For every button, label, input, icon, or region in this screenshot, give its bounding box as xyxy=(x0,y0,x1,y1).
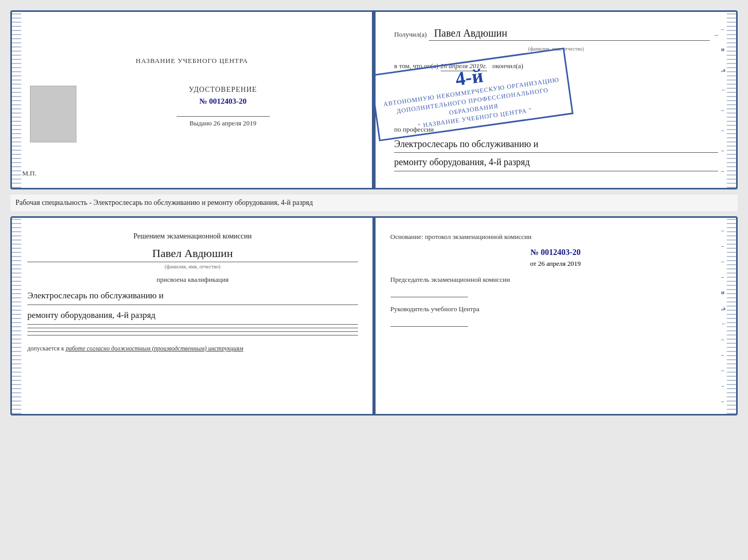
top-right-page: 4-й АВТОНОМНУЮ НЕКОММЕРЧЕСКУЮ ОРГАНИЗАЦИ… xyxy=(373,12,736,188)
dopuskaetsya-block: допускается к работе согласно должностны… xyxy=(27,345,358,353)
training-center-title: НАЗВАНИЕ УЧЕБНОГО ЦЕНТРА xyxy=(136,57,248,65)
profession-line1-wrap: Электрослесарь по обслуживанию и xyxy=(394,136,718,153)
bottom-diploma-book: Решением экзаменационной комиссии Павел … xyxy=(10,216,738,415)
dopuskaetsya-label: допускается к xyxy=(27,345,64,352)
chairman-block: Председатель экзаменационной комиссии Ру… xyxy=(391,276,721,327)
bottom-name: Павел Авдюшин xyxy=(27,247,358,262)
ot-date: от 26 апреля 2019 xyxy=(391,260,721,268)
dash1: – xyxy=(715,30,719,39)
osnovaniye-text: Основание: протокол экзаменационной коми… xyxy=(391,231,721,243)
fio-small-bottom: (фамилия, имя, отчество) xyxy=(27,264,358,269)
recipient-name: Павел Авдюшин xyxy=(429,27,709,41)
rukovoditel-label: Руководитель учебного Центра xyxy=(391,305,721,313)
vydano-text: Выдано 26 апреля 2019 xyxy=(92,119,354,127)
profession-line2-wrap: ремонту оборудования, 4-й разряд xyxy=(394,154,718,171)
stamp-space xyxy=(394,76,718,118)
vtom-date: 26 апреля 2019г. xyxy=(441,62,487,71)
udostoverenie-number: № 0012403-20 xyxy=(92,97,354,106)
top-left-page: НАЗВАНИЕ УЧЕБНОГО ЦЕНТРА УДОСТОВЕРЕНИЕ №… xyxy=(12,12,373,188)
kvali-profession-line2: ремонту оборудования, 4-й разряд xyxy=(27,310,155,320)
chairman-label: Председатель экзаменационной комиссии xyxy=(391,276,721,284)
profession-line1: Электрослесарь по обслуживанию и xyxy=(394,139,538,149)
ot-label: от xyxy=(530,260,536,267)
fio-small-top: (фамилия, имя, отчество) xyxy=(394,46,718,52)
udostoverenie-title: УДОСТОВЕРЕНИЕ xyxy=(92,86,354,94)
poluchil-row: Получил(а) Павел Авдюшин – xyxy=(394,27,718,41)
poluchil-label: Получил(а) xyxy=(394,30,427,39)
kvali-line1-wrap: Электрослесарь по обслуживанию и xyxy=(27,287,358,305)
vtom-row: в том, что он(а) 26 апреля 2019г. окончи… xyxy=(394,62,718,71)
bottom-left-page: Решением экзаменационной комиссии Павел … xyxy=(12,218,375,414)
ot-date-value: 26 апреля 2019 xyxy=(538,260,581,267)
po-professii-label: по профессии xyxy=(394,125,718,134)
dopuskaetsya-text: работе согласно должностным (производств… xyxy=(66,345,243,352)
side-marks-right-top: – и ,а ← – – – – xyxy=(721,12,727,188)
kvali-label: присвоена квалификация xyxy=(27,276,358,284)
sign-line-1 xyxy=(27,328,358,328)
profession-line2: ремонту оборудования, 4-й разряд xyxy=(394,157,530,167)
profession-block: по профессии Электрослесарь по обслужива… xyxy=(394,125,718,171)
bottom-right-page: Основание: протокол экзаменационной коми… xyxy=(375,218,737,414)
photo-placeholder xyxy=(30,86,76,142)
okonchil-label: окончил(а) xyxy=(492,62,523,70)
rukovoditel-sign-line xyxy=(391,326,468,327)
mp-label: М.П. xyxy=(22,169,36,178)
sign-line-2 xyxy=(27,331,358,332)
kvali-profession-line1: Электрослесарь по обслуживанию и xyxy=(27,291,164,300)
side-marks-right-bottom: – – – – и ,а ← – – – – – xyxy=(721,218,727,414)
chairman-sign-line xyxy=(391,297,468,297)
protocol-number: № 0012403-20 xyxy=(391,248,721,257)
page-wrapper: НАЗВАНИЕ УЧЕБНОГО ЦЕНТРА УДОСТОВЕРЕНИЕ №… xyxy=(10,10,738,415)
kvali-line2-wrap: ремонту оборудования, 4-й разряд xyxy=(27,307,358,325)
left-text-block: УДОСТОВЕРЕНИЕ № 0012403-20 Выдано 26 апр… xyxy=(92,86,354,127)
middle-text: Рабочая специальность - Электрослесарь п… xyxy=(10,195,738,211)
left-content-block: УДОСТОВЕРЕНИЕ № 0012403-20 Выдано 26 апр… xyxy=(30,86,354,142)
top-diploma-book: НАЗВАНИЕ УЧЕБНОГО ЦЕНТРА УДОСТОВЕРЕНИЕ №… xyxy=(10,10,738,189)
vtom-label: в том, что он(а) xyxy=(394,62,439,70)
sign-line-3 xyxy=(27,335,358,335)
signature-line-left xyxy=(177,116,270,117)
komissia-title: Решением экзаменационной комиссии xyxy=(27,231,358,242)
